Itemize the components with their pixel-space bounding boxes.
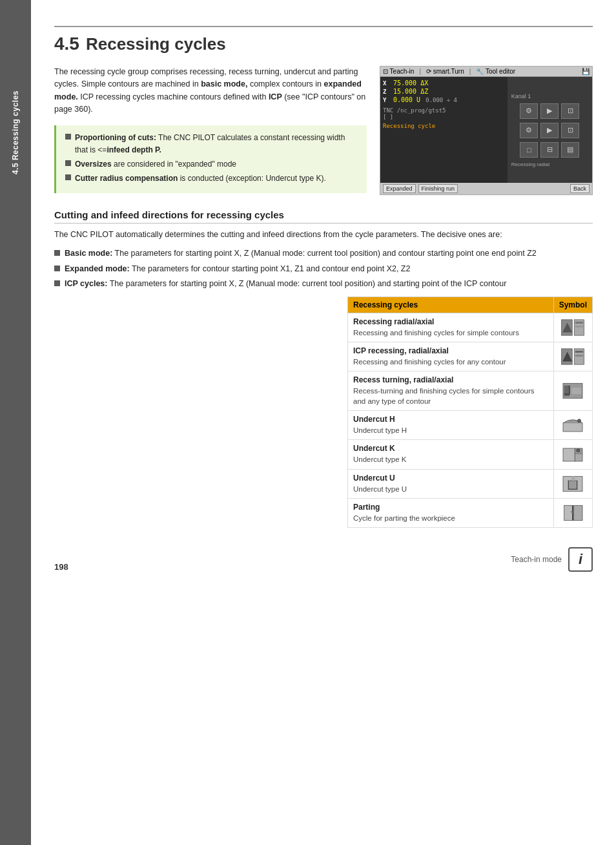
cnc-bottom-bar: Expanded Finishing run Back bbox=[380, 183, 592, 194]
table-row: Undercut K Undercut type K bbox=[348, 440, 593, 469]
row-cell-2: ICP recessing, radial/axial Recessing an… bbox=[348, 342, 554, 371]
bullet-basic: Basic mode: The parameters for starting … bbox=[54, 247, 593, 260]
row-desc-7: Cycle for parting the workpiece bbox=[353, 514, 455, 522]
svg-rect-9 bbox=[563, 448, 575, 461]
svg-rect-10 bbox=[575, 454, 583, 461]
sym-box-3 bbox=[559, 381, 587, 401]
sym-svg-3 bbox=[560, 381, 585, 401]
cutting-bullets: Basic mode: The parameters for starting … bbox=[54, 247, 593, 290]
svg-rect-14 bbox=[572, 476, 575, 481]
row-title-7: Parting bbox=[353, 503, 548, 512]
bullet-basic-sq bbox=[54, 250, 60, 256]
info-row-2: Oversizes are considered in "expanded" m… bbox=[65, 158, 358, 171]
info-row-2-text: Oversizes are considered in "expanded" m… bbox=[75, 158, 236, 171]
intro-bold3: ICP bbox=[269, 92, 282, 101]
intro-bold1: basic mode, bbox=[201, 79, 247, 89]
sym-box-1 bbox=[559, 318, 587, 337]
top-left: The recessing cycle group comprises rece… bbox=[54, 66, 367, 195]
info-icon: i bbox=[579, 551, 582, 568]
row-title-5: Undercut K bbox=[353, 444, 548, 453]
sidebar: 4.5 Recessing cycles bbox=[0, 0, 31, 845]
cnc-icon-9: ▤ bbox=[561, 142, 579, 158]
row-desc-1: Recessing and finishing cycles for simpl… bbox=[353, 329, 519, 337]
table-area: Recessing cycles Symbol Recessing radial… bbox=[54, 297, 593, 528]
svg-point-11 bbox=[577, 448, 580, 452]
sym-box-2 bbox=[559, 347, 587, 366]
cnc-btn-back[interactable]: Back bbox=[570, 184, 590, 193]
cnc-body: X 75.000 ΔX Z 15.000 ΔZ Y 0.000 U 0.000 … bbox=[380, 77, 592, 183]
sym-box-4 bbox=[559, 415, 587, 435]
row-title-6: Undercut U bbox=[353, 474, 548, 483]
info-row-3: Cutter radius compensation is conducted … bbox=[65, 172, 358, 185]
svg-rect-13 bbox=[569, 481, 577, 489]
svg-rect-5 bbox=[564, 386, 570, 397]
footer-mode-text: Teach-in mode bbox=[511, 555, 562, 564]
info-badge: i bbox=[568, 547, 593, 572]
cnc-kanal-label: Kanal 1 bbox=[511, 93, 531, 99]
cnc-prog-label: TNC /nc_prog/gtst5 bbox=[383, 107, 505, 114]
cnc-icon-3: ⊡ bbox=[561, 103, 579, 119]
bullet-icp-sq bbox=[54, 280, 60, 286]
bullet-expanded: Expanded mode: The parameters for contou… bbox=[54, 263, 593, 275]
page-number: 198 bbox=[54, 562, 68, 572]
row-sym-3 bbox=[553, 371, 592, 411]
cnc-toolbar-save: 💾 bbox=[582, 68, 590, 75]
cnc-y-extra: 0.000 ÷ 4 bbox=[426, 97, 457, 103]
cnc-btn-expanded[interactable]: Expanded bbox=[383, 184, 416, 193]
section-number: 4.5 bbox=[54, 34, 79, 54]
row-cell-7: Parting Cycle for parting the workpiece bbox=[348, 498, 554, 527]
cnc-screenshot: ⊡ Teach-in | ⟳ smart.Turn | 🔧 Tool edito… bbox=[380, 66, 593, 195]
cutting-section: Cutting and infeed directions for recess… bbox=[54, 209, 593, 290]
sym-svg-6 bbox=[560, 474, 585, 494]
sym-box-6 bbox=[559, 474, 587, 494]
table-row: Recess turning, radial/axial Recess-turn… bbox=[348, 371, 593, 411]
cnc-recessing-radial: Recessing radial bbox=[511, 162, 549, 167]
cnc-z-label: Z bbox=[383, 89, 391, 95]
info-row-3-text: Cutter radius compensation is conducted … bbox=[75, 172, 326, 185]
row-sym-2 bbox=[553, 342, 592, 371]
row-title-4: Undercut H bbox=[353, 415, 548, 424]
table-row: ICP recessing, radial/axial Recessing an… bbox=[348, 342, 593, 371]
sym-box-7 bbox=[559, 503, 587, 523]
info-row-1-text: Proportioning of cuts: The CNC PILOT cal… bbox=[75, 132, 358, 156]
sym-svg-5 bbox=[560, 445, 585, 464]
bullet-expanded-sq bbox=[54, 266, 60, 271]
row-cell-6: Undercut U Undercut type U bbox=[348, 469, 554, 498]
row-title-1: Recessing radial/axial bbox=[353, 317, 548, 326]
cnc-row-z: Z 15.000 ΔZ bbox=[383, 88, 505, 95]
info-row-1: Proportioning of cuts: The CNC PILOT cal… bbox=[65, 132, 358, 156]
row-desc-3: Recess-turning and finishing cycles for … bbox=[353, 387, 535, 405]
cnc-y-val: 0.000 U bbox=[393, 96, 420, 103]
intro-text3: ICP recessing cycles machine contours de… bbox=[78, 92, 269, 101]
sidebar-label: 4.5 Recessing cycles bbox=[11, 90, 20, 174]
footer-right: Teach-in mode i bbox=[511, 547, 593, 572]
svg-rect-7 bbox=[563, 423, 582, 432]
row-sym-4 bbox=[553, 411, 592, 440]
bullet-basic-text: Basic mode: The parameters for starting … bbox=[65, 247, 537, 260]
cnc-toolbar-tool: 🔧 Tool editor bbox=[476, 68, 515, 75]
intro-text2: complex contours in bbox=[247, 79, 323, 89]
row-cell-5: Undercut K Undercut type K bbox=[348, 440, 554, 469]
cnc-toolbar-smart: ⟳ smart.Turn bbox=[426, 68, 464, 75]
col-cycles: Recessing cycles bbox=[348, 297, 554, 313]
cnc-icon-5: ▶ bbox=[540, 123, 559, 138]
cnc-icon-row-2: ⚙ ▶ ⊡ bbox=[520, 123, 579, 138]
footer: 198 Teach-in mode i bbox=[54, 547, 593, 572]
table-row: Parting Cycle for parting the workpiece bbox=[348, 498, 593, 527]
table-left-spacer bbox=[54, 297, 332, 528]
svg-point-8 bbox=[578, 419, 581, 422]
bullet-expanded-text: Expanded mode: The parameters for contou… bbox=[65, 263, 410, 275]
table-row: Undercut U Undercut type U bbox=[348, 469, 593, 498]
row-desc-2: Recessing and finishing cycles for any c… bbox=[353, 358, 506, 366]
sym-box-5 bbox=[559, 445, 587, 464]
bullet-1 bbox=[65, 134, 71, 140]
col-symbol: Symbol bbox=[553, 297, 592, 313]
section-title: Recessing cycles bbox=[86, 34, 226, 54]
cnc-btn-finishing[interactable]: Finishing run bbox=[418, 184, 458, 193]
cnc-prog-content: [ ] bbox=[383, 114, 505, 120]
cycles-table: Recessing cycles Symbol Recessing radial… bbox=[347, 297, 593, 528]
sym-svg-2 bbox=[560, 347, 585, 366]
row-cell-3: Recess turning, radial/axial Recess-turn… bbox=[348, 371, 554, 411]
svg-rect-6 bbox=[572, 388, 582, 394]
cnc-recessing-label: Recessing cycle bbox=[383, 123, 505, 129]
